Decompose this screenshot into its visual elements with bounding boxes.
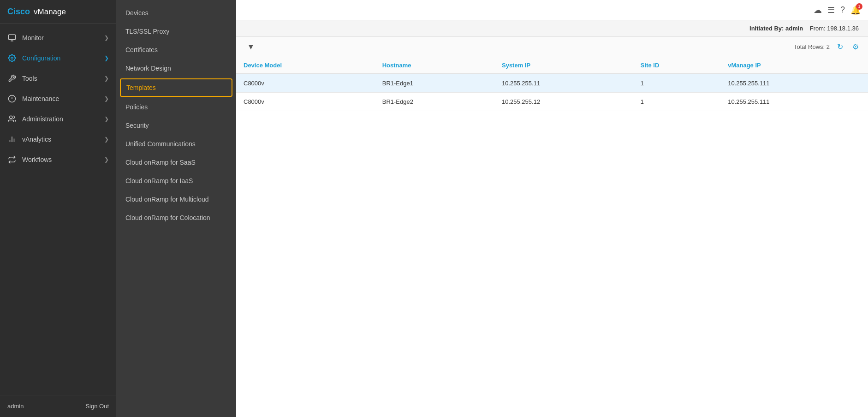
cisco-logo: Cisco: [7, 7, 30, 17]
total-rows: Total Rows: 2: [794, 43, 830, 50]
submenu-item-tls-ssl-proxy[interactable]: TLS/SSL Proxy: [116, 22, 236, 41]
sidebar-label-workflows: Workflows: [22, 156, 52, 163]
tools-icon: [7, 74, 17, 83]
vanalytics-icon: [7, 135, 17, 144]
cell-device-model: C8000v: [236, 74, 375, 93]
filter-button[interactable]: ▼: [244, 41, 258, 53]
sidebar-item-maintenance[interactable]: Maintenance ❯: [0, 89, 116, 109]
main-content: ☁ ☰ ? 🔔 1 Initiated By: admin From: 198.…: [236, 0, 868, 417]
chevron-administration: ❯: [104, 116, 109, 122]
chevron-vanalytics: ❯: [104, 136, 109, 143]
sidebar: Cisco vManage Monitor ❯ Configuration ❯ …: [0, 0, 116, 417]
submenu-item-certificates[interactable]: Certificates: [116, 41, 236, 59]
sidebar-item-vanalytics[interactable]: vAnalytics ❯: [0, 129, 116, 149]
svg-point-7: [10, 116, 12, 119]
col-device-model: Device Model: [236, 57, 375, 74]
configuration-icon: [7, 54, 17, 63]
sidebar-item-workflows[interactable]: Workflows ❯: [0, 149, 116, 170]
chevron-maintenance: ❯: [104, 95, 109, 102]
sidebar-item-administration[interactable]: Administration ❯: [0, 109, 116, 129]
notification-badge: 1: [856, 3, 862, 10]
submenu-item-cloud-onramp-saas[interactable]: Cloud onRamp for SaaS: [116, 153, 236, 172]
cell-system-ip: 10.255.255.12: [494, 93, 633, 111]
col-system-ip: System IP: [494, 57, 633, 74]
vmanage-logo: vManage: [34, 7, 66, 17]
submenu-panel: DevicesTLS/SSL ProxyCertificatesNetwork …: [116, 0, 236, 417]
settings-button[interactable]: ⚙: [850, 41, 861, 53]
sidebar-label-vanalytics: vAnalytics: [22, 136, 51, 143]
administration-icon: [7, 114, 17, 124]
cell-vmanage-ip: 10.255.255.111: [720, 93, 868, 111]
cell-hostname: BR1-Edge2: [375, 93, 494, 111]
table-container: Device Model Hostname System IP Site ID …: [236, 57, 868, 417]
sidebar-label-configuration: Configuration: [22, 54, 60, 62]
table-row[interactable]: C8000v BR1-Edge2 10.255.255.12 1 10.255.…: [236, 93, 868, 111]
maintenance-icon: [7, 94, 17, 103]
submenu-item-cloud-onramp-multicloud[interactable]: Cloud onRamp for Multicloud: [116, 190, 236, 208]
signout-button[interactable]: Sign Out: [85, 403, 109, 410]
col-hostname: Hostname: [375, 57, 494, 74]
sidebar-label-administration: Administration: [22, 115, 63, 123]
menu-icon[interactable]: ☰: [827, 5, 835, 15]
devices-table: Device Model Hostname System IP Site ID …: [236, 57, 868, 111]
content-area: Initiated By: admin From: 198.18.1.36 ▼ …: [236, 20, 868, 417]
chevron-configuration: ❯: [104, 55, 109, 61]
filter-area: ▼: [244, 41, 258, 53]
refresh-button[interactable]: ↻: [835, 41, 845, 53]
cell-system-ip: 10.255.255.11: [494, 74, 633, 93]
notification-icon[interactable]: 🔔 1: [850, 5, 861, 15]
table-toolbar-right: Total Rows: 2 ↻ ⚙: [794, 41, 861, 53]
submenu-item-network-design[interactable]: Network Design: [116, 59, 236, 77]
sidebar-nav: Monitor ❯ Configuration ❯ Tools ❯ Mainte…: [0, 24, 116, 395]
submenu-item-policies[interactable]: Policies: [116, 98, 236, 116]
submenu-item-cloud-onramp-iaas[interactable]: Cloud onRamp for IaaS: [116, 172, 236, 190]
submenu-item-devices[interactable]: Devices: [116, 4, 236, 22]
svg-rect-0: [9, 35, 16, 40]
chevron-tools: ❯: [104, 75, 109, 82]
table-header-row: Device Model Hostname System IP Site ID …: [236, 57, 868, 74]
monitor-icon: [7, 33, 17, 42]
sidebar-label-monitor: Monitor: [22, 34, 44, 42]
submenu-item-security[interactable]: Security: [116, 116, 236, 135]
chevron-workflows: ❯: [104, 156, 109, 163]
sidebar-item-monitor[interactable]: Monitor ❯: [0, 28, 116, 48]
svg-point-3: [11, 57, 13, 60]
submenu-item-cloud-onramp-colocation[interactable]: Cloud onRamp for Colocation: [116, 208, 236, 227]
sidebar-item-tools[interactable]: Tools ❯: [0, 68, 116, 89]
cell-hostname: BR1-Edge1: [375, 74, 494, 93]
workflows-icon: [7, 155, 17, 164]
cell-vmanage-ip: 10.255.255.111: [720, 74, 868, 93]
cell-device-model: C8000v: [236, 93, 375, 111]
sidebar-username: admin: [7, 403, 24, 410]
col-vmanage-ip: vManage IP: [720, 57, 868, 74]
sidebar-footer: admin Sign Out: [0, 395, 116, 417]
topbar-icons: ☁ ☰ ? 🔔 1: [814, 5, 861, 15]
chevron-monitor: ❯: [104, 35, 109, 41]
sidebar-label-tools: Tools: [22, 75, 37, 82]
app-logo: Cisco vManage: [0, 0, 116, 24]
help-icon[interactable]: ?: [840, 5, 845, 15]
submenu-item-unified-communications[interactable]: Unified Communications: [116, 135, 236, 153]
col-site-id: Site ID: [633, 57, 720, 74]
cell-site-id: 1: [633, 93, 720, 111]
topbar: ☁ ☰ ? 🔔 1: [236, 0, 868, 20]
sidebar-label-maintenance: Maintenance: [22, 95, 59, 102]
table-row[interactable]: C8000v BR1-Edge1 10.255.255.11 1 10.255.…: [236, 74, 868, 93]
initiated-text: Initiated By: admin From: 198.18.1.36: [749, 25, 859, 32]
table-toolbar: ▼ Total Rows: 2 ↻ ⚙: [236, 37, 868, 57]
submenu-item-templates[interactable]: Templates: [120, 78, 232, 97]
cell-site-id: 1: [633, 74, 720, 93]
info-bar: Initiated By: admin From: 198.18.1.36: [236, 20, 868, 37]
sidebar-item-configuration[interactable]: Configuration ❯: [0, 48, 116, 68]
cloud-icon[interactable]: ☁: [814, 5, 822, 15]
